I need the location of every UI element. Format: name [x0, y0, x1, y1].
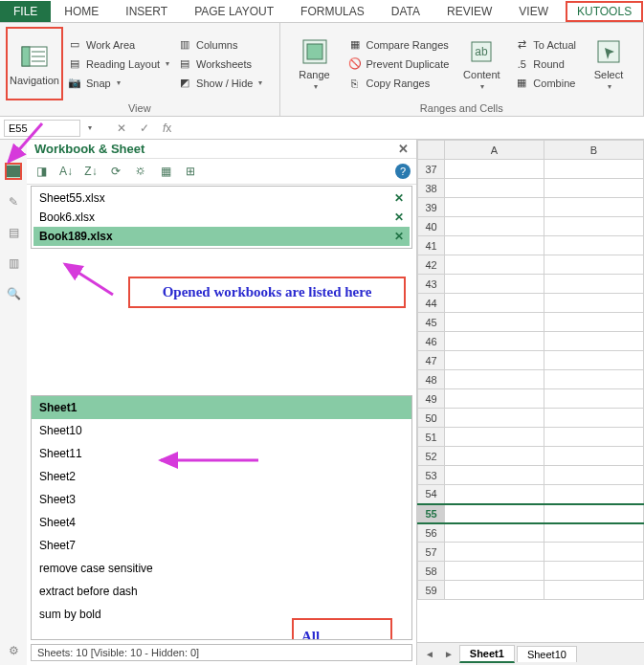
row-header[interactable]: 44 — [418, 294, 445, 313]
cell[interactable] — [445, 523, 544, 543]
sheet-row[interactable]: Sheet10 — [32, 419, 411, 442]
cell[interactable] — [544, 294, 644, 313]
cell[interactable] — [544, 275, 644, 294]
cell[interactable] — [445, 313, 544, 332]
prevent-duplicate-button[interactable]: 🚫Prevent Duplicate — [347, 56, 450, 72]
name-manager-tab-icon[interactable]: ▤ — [5, 224, 22, 241]
cancel-formula-button[interactable]: ✕ — [113, 122, 130, 135]
row-header[interactable]: 50 — [418, 409, 445, 428]
cell[interactable] — [544, 447, 644, 466]
sort-desc-icon[interactable]: Z↓ — [82, 163, 100, 180]
cell[interactable] — [544, 351, 644, 370]
cell[interactable] — [445, 389, 544, 409]
row-header[interactable]: 38 — [418, 179, 445, 198]
snap-button[interactable]: 📷Snap▾ — [67, 76, 169, 91]
row-header[interactable]: 51 — [418, 428, 445, 447]
cell[interactable] — [445, 198, 544, 217]
cell[interactable] — [445, 236, 544, 255]
copy-ranges-button[interactable]: ⎘Copy Ranges — [347, 76, 450, 91]
worksheets-button[interactable]: ▤Worksheets — [177, 56, 262, 72]
tab-home[interactable]: HOME — [51, 1, 112, 22]
cell[interactable] — [544, 409, 644, 428]
tab-review[interactable]: REVIEW — [433, 1, 505, 22]
spreadsheet-grid[interactable]: A B 373839404142434445464748495051525354… — [417, 140, 644, 665]
tab-insert[interactable]: INSERT — [112, 1, 181, 22]
cell[interactable] — [544, 370, 644, 389]
row-header[interactable]: 42 — [418, 255, 445, 275]
cell[interactable] — [544, 504, 644, 523]
cell[interactable] — [445, 275, 544, 294]
row-header[interactable]: 37 — [418, 160, 445, 179]
row-header[interactable]: 53 — [418, 466, 445, 485]
cell[interactable] — [544, 466, 644, 485]
grid-icon[interactable]: ▦ — [157, 163, 174, 180]
select-all-corner[interactable] — [418, 141, 445, 160]
cell[interactable] — [544, 389, 644, 409]
row-header[interactable]: 48 — [418, 370, 445, 389]
autotext-tab-icon[interactable]: ✎ — [5, 193, 22, 211]
work-area-button[interactable]: ▭Work Area — [67, 37, 169, 53]
help-icon[interactable]: ? — [395, 164, 411, 179]
cell[interactable] — [544, 255, 644, 275]
row-header[interactable]: 54 — [418, 485, 445, 504]
to-actual-button[interactable]: ⇄To Actual — [514, 37, 576, 53]
row-header[interactable]: 45 — [418, 313, 445, 332]
cell[interactable] — [544, 543, 644, 562]
tab-formulas[interactable]: FORMULAS — [287, 1, 378, 22]
row-header[interactable]: 46 — [418, 332, 445, 351]
row-header[interactable]: 55 — [418, 504, 445, 523]
cell[interactable] — [445, 332, 544, 351]
row-header[interactable]: 52 — [418, 447, 445, 466]
cell[interactable] — [445, 504, 544, 523]
cell[interactable] — [445, 294, 544, 313]
row-header[interactable]: 40 — [418, 217, 445, 236]
cell[interactable] — [445, 428, 544, 447]
cell[interactable] — [544, 160, 644, 179]
round-button[interactable]: .5Round — [514, 56, 576, 72]
cell[interactable] — [544, 562, 644, 581]
tab-view[interactable]: VIEW — [505, 1, 562, 22]
fx-button[interactable]: fx — [159, 122, 175, 135]
cell[interactable] — [544, 581, 644, 600]
sheet-row[interactable]: extract before dash — [32, 580, 411, 603]
sheet-row[interactable]: Sheet7 — [32, 534, 411, 557]
row-header[interactable]: 57 — [418, 543, 445, 562]
row-header[interactable]: 47 — [418, 351, 445, 370]
cell[interactable] — [445, 581, 544, 600]
cell[interactable] — [544, 428, 644, 447]
workbook-row[interactable]: Book189.xlsx✕ — [33, 227, 410, 246]
tab-file[interactable]: FILE — [0, 1, 51, 22]
sheet-row[interactable]: Sheet4 — [32, 511, 411, 534]
tools-icon[interactable]: ⛭ — [132, 163, 149, 180]
close-pane-button[interactable]: ✕ — [398, 142, 409, 156]
row-header[interactable]: 58 — [418, 562, 445, 581]
find-replace-tab-icon[interactable]: 🔍 — [5, 285, 22, 302]
tab-scroll-right[interactable]: ► — [440, 649, 457, 659]
cell[interactable] — [445, 447, 544, 466]
range-button[interactable]: Range▾ — [286, 27, 344, 100]
cell[interactable] — [445, 179, 544, 198]
row-header[interactable]: 43 — [418, 275, 445, 294]
refresh-icon[interactable]: ⟳ — [107, 163, 124, 180]
select-button[interactable]: Select▾ — [580, 27, 637, 100]
close-workbook-icon[interactable]: ✕ — [394, 191, 404, 205]
name-box[interactable] — [4, 120, 80, 137]
col-header-B[interactable]: B — [544, 141, 644, 160]
show-hide-button[interactable]: ◩Show / Hide▾ — [177, 76, 262, 91]
workbook-row[interactable]: Book6.xlsx✕ — [33, 208, 410, 227]
sheet-tab-active[interactable]: Sheet1 — [459, 645, 515, 663]
name-box-dropdown[interactable]: ▾ — [88, 123, 92, 132]
cell[interactable] — [544, 313, 644, 332]
row-header[interactable]: 39 — [418, 198, 445, 217]
tab-page-layout[interactable]: PAGE LAYOUT — [181, 1, 287, 22]
cell[interactable] — [544, 179, 644, 198]
sheet-row[interactable]: Sheet1 — [32, 396, 411, 419]
cell[interactable] — [544, 523, 644, 543]
row-header[interactable]: 49 — [418, 389, 445, 409]
cell[interactable] — [445, 562, 544, 581]
sheet-tab-other[interactable]: Sheet10 — [517, 646, 577, 662]
row-header[interactable]: 59 — [418, 581, 445, 600]
cell[interactable] — [544, 485, 644, 504]
col-header-A[interactable]: A — [445, 141, 544, 160]
content-button[interactable]: ab Content▾ — [453, 27, 510, 100]
